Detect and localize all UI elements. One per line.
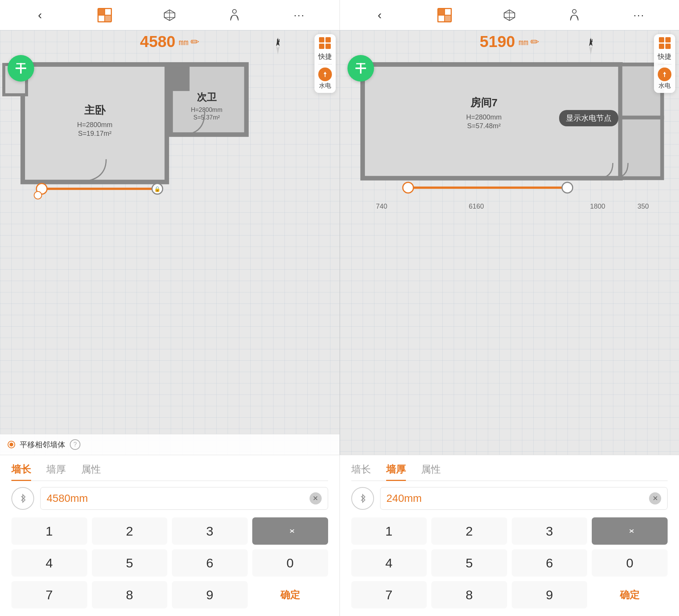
- svg-text:6160: 6160: [468, 203, 484, 210]
- svg-point-13: [572, 9, 576, 13]
- right-unit: ㎜: [518, 35, 529, 49]
- svg-text:H=2800mm: H=2800mm: [191, 107, 222, 113]
- right-kb-tabs: 墙长 墙厚 属性: [351, 463, 668, 481]
- left-key-confirm[interactable]: 确定: [252, 581, 328, 608]
- left-qm-grid: [319, 37, 331, 49]
- left-compass: N: [269, 36, 286, 58]
- right-key-9[interactable]: 9: [512, 581, 588, 608]
- left-tab-properties[interactable]: 属性: [81, 463, 101, 478]
- svg-text:1800: 1800: [590, 203, 605, 210]
- left-numpad: 1 2 3 4 5 6 0 7 8 9 确定: [11, 517, 328, 608]
- right-key-3[interactable]: 3: [512, 517, 588, 545]
- left-keyboard: 墙长 墙厚 属性 4580mm ✕ 1 2 3: [0, 455, 340, 616]
- right-keyboard: 墙长 墙厚 属性 240mm ✕ 1 2 3: [340, 455, 679, 616]
- left-key-backspace[interactable]: [252, 517, 328, 545]
- svg-text:🔒: 🔒: [154, 186, 161, 192]
- svg-rect-9: [438, 8, 445, 15]
- right-key-5[interactable]: 5: [431, 549, 507, 577]
- svg-rect-2: [105, 8, 112, 15]
- right-qm-label: 快捷: [658, 52, 671, 61]
- water-elec-tooltip: 显示水电节点: [559, 110, 618, 126]
- right-input-row: 240mm ✕: [351, 487, 668, 510]
- right-key-1[interactable]: 1: [351, 517, 427, 545]
- svg-text:H=2800mm: H=2800mm: [466, 113, 501, 121]
- left-help-btn[interactable]: ?: [70, 439, 80, 450]
- back-button-right[interactable]: ‹: [371, 7, 388, 24]
- svg-text:主卧: 主卧: [84, 104, 106, 116]
- left-bluetooth-btn[interactable]: [11, 487, 34, 510]
- svg-point-50: [402, 182, 413, 193]
- svg-point-51: [562, 182, 572, 193]
- left-qm-label: 快捷: [318, 52, 332, 61]
- right-tab-properties[interactable]: 属性: [421, 463, 441, 478]
- right-clear-btn[interactable]: ✕: [649, 492, 661, 504]
- right-green-badge: [347, 55, 374, 82]
- right-tab-wall-length[interactable]: 墙长: [351, 463, 371, 478]
- svg-marker-20: [276, 46, 280, 55]
- right-edit-icon[interactable]: ✏: [530, 36, 539, 48]
- left-key-2[interactable]: 2: [92, 517, 168, 545]
- right-wall-value: 5190: [480, 33, 515, 51]
- right-input-box[interactable]: 240mm ✕: [380, 487, 668, 510]
- back-button-left[interactable]: ‹: [31, 7, 48, 24]
- person-icon-left[interactable]: [226, 7, 243, 24]
- left-tab-wall-length[interactable]: 墙长: [11, 463, 31, 478]
- right-floorplan-svg: 房间7 H=2800mm S=57.48m² 740 6160 1800 350: [340, 30, 679, 243]
- person-icon-right[interactable]: [566, 7, 583, 24]
- svg-text:S=19.17m²: S=19.17m²: [78, 130, 112, 137]
- right-key-0[interactable]: 0: [592, 549, 668, 577]
- left-key-1[interactable]: 1: [11, 517, 87, 545]
- more-button-right[interactable]: ···: [631, 7, 648, 24]
- right-key-backspace[interactable]: [592, 517, 668, 545]
- svg-rect-12: [445, 15, 451, 22]
- right-fp-header: 5190 ㎜ ✏: [340, 30, 679, 53]
- svg-text:740: 740: [376, 203, 387, 210]
- left-floorplan: 4580 ㎜ ✏ N: [0, 30, 340, 455]
- left-header-panel: ‹: [0, 0, 340, 30]
- left-key-3[interactable]: 3: [172, 517, 248, 545]
- svg-text:H=2800mm: H=2800mm: [77, 121, 112, 129]
- right-key-4[interactable]: 4: [351, 549, 427, 577]
- left-clear-btn[interactable]: ✕: [310, 492, 322, 504]
- right-key-7[interactable]: 7: [351, 581, 427, 608]
- top-header: ‹: [0, 0, 679, 30]
- right-bluetooth-btn[interactable]: [351, 487, 374, 510]
- left-key-0[interactable]: 0: [252, 549, 328, 577]
- right-key-8[interactable]: 8: [431, 581, 507, 608]
- svg-text:350: 350: [637, 203, 649, 210]
- left-radio-dot: [8, 441, 15, 448]
- right-key-confirm[interactable]: 确定: [592, 581, 668, 608]
- left-bottom-text: 平移相邻墙体: [20, 440, 65, 450]
- svg-rect-3: [98, 15, 105, 22]
- left-key-6[interactable]: 6: [172, 549, 248, 577]
- left-input-row: 4580mm ✕: [11, 487, 328, 510]
- left-bottom-bar: 平移相邻墙体 ?: [0, 434, 340, 455]
- svg-rect-1: [98, 8, 105, 15]
- svg-text:次卫: 次卫: [197, 91, 217, 103]
- left-water-elec-label: 水电: [319, 82, 331, 90]
- right-key-6[interactable]: 6: [512, 549, 588, 577]
- more-button-left[interactable]: ···: [291, 7, 308, 24]
- main-area: 4580 ㎜ ✏ N: [0, 30, 679, 455]
- left-tab-wall-thickness[interactable]: 墙厚: [46, 463, 66, 478]
- left-quick-menu: 快捷 水电: [314, 34, 336, 93]
- right-key-2[interactable]: 2: [431, 517, 507, 545]
- left-key-8[interactable]: 8: [92, 581, 168, 608]
- floorplan-icon-right[interactable]: [436, 7, 453, 24]
- left-input-box[interactable]: 4580mm ✕: [40, 487, 328, 510]
- left-key-9[interactable]: 9: [172, 581, 248, 608]
- left-key-5[interactable]: 5: [92, 549, 168, 577]
- svg-rect-11: [438, 15, 445, 22]
- svg-text:房间7: 房间7: [470, 96, 498, 108]
- box-icon-left[interactable]: [161, 7, 178, 24]
- left-water-elec-btn[interactable]: 水电: [318, 68, 332, 90]
- right-tab-wall-thickness[interactable]: 墙厚: [386, 463, 406, 478]
- left-key-7[interactable]: 7: [11, 581, 87, 608]
- svg-marker-41: [589, 46, 593, 55]
- left-edit-icon[interactable]: ✏: [190, 36, 199, 48]
- box-icon-right[interactable]: [501, 7, 518, 24]
- left-key-4[interactable]: 4: [11, 549, 87, 577]
- floorplan-icon-left[interactable]: [96, 7, 113, 24]
- keyboard-area: 墙长 墙厚 属性 4580mm ✕ 1 2 3: [0, 455, 679, 616]
- right-water-elec-btn[interactable]: 水电: [658, 68, 671, 90]
